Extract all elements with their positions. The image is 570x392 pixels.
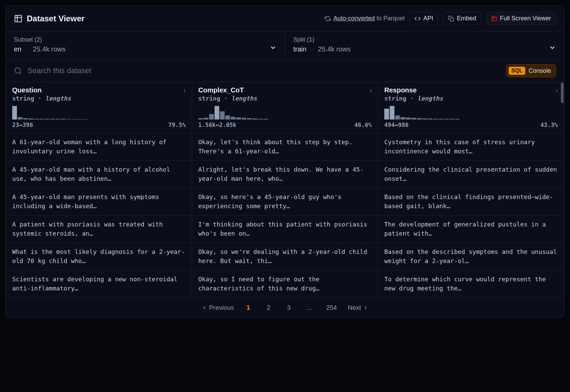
table-cell[interactable]: Okay, so we're dealing with a 2-year-old… [192,243,378,270]
sort-icon[interactable] [182,88,187,94]
subset-selector[interactable]: Subset (2) en · 25.4k rows [6,31,285,59]
table-cell[interactable]: A 61-year-old woman with a long history … [6,133,192,161]
range: 494↔986 [384,122,409,128]
prev-button[interactable]: Previous [202,304,234,311]
chevron-down-icon [269,44,277,51]
search-row: SQL Console [6,60,564,82]
histogram[interactable] [384,106,558,119]
histogram[interactable] [12,106,186,119]
split-selector[interactable]: Split (1) train · 25.4k rows [285,31,565,59]
copy-icon [448,16,454,22]
page-ellipsis: ... [306,304,313,311]
selectors: Subset (2) en · 25.4k rows Split (1) tra… [6,31,564,60]
table-row[interactable]: Scientists are developing a new non-ster… [6,270,564,298]
svg-line-4 [20,72,21,74]
table-cell[interactable]: The development of generalized pustules … [378,216,564,243]
svg-rect-0 [15,15,22,22]
page-number[interactable]: 254 [326,304,337,311]
range: 23↔396 [12,122,33,128]
embed-button[interactable]: Embed [443,12,481,25]
table-icon [14,14,23,23]
table-cell[interactable]: Based on the clinical findings presented… [378,188,564,216]
sort-icon[interactable] [368,88,373,94]
search-input[interactable] [27,66,501,75]
data-table: Question string · lengths 23↔39679.5% Co… [6,82,564,298]
table-cell[interactable]: I'm thinking about this patient with pso… [192,216,378,243]
page-title: Dataset Viewer [27,14,84,23]
sql-console-button[interactable]: SQL Console [506,64,556,77]
table-cell[interactable]: What is the most likely diagnosis for a … [6,243,192,270]
svg-point-3 [15,68,20,73]
table-cell[interactable]: Scientists are developing a new non-ster… [6,270,192,298]
pct: 43.3% [541,122,558,128]
scrollbar[interactable] [561,82,564,298]
table-cell[interactable]: Okay, let's think about this step by ste… [192,133,378,161]
search-icon [14,67,22,75]
api-button[interactable]: API [409,12,438,25]
table-cell[interactable]: Okay, so I need to figure out the charac… [192,270,378,298]
auto-converted-link[interactable]: Auto-converted to Parquet [325,15,405,22]
pct: 79.5% [168,122,186,128]
table-row[interactable]: A patient with psoriasis was treated wit… [6,216,564,243]
table-cell[interactable]: Based on the described symptoms and the … [378,243,564,270]
page-number[interactable]: 2 [265,304,272,311]
table-cell[interactable]: To determine which curve would represent… [378,270,564,298]
chevron-left-icon [202,305,207,310]
column-type: string · lengths [384,95,558,102]
table-red-icon [491,16,497,22]
pagination: Previous 123...254 Next [6,298,564,318]
refresh-icon [325,16,331,22]
svg-rect-2 [492,16,497,21]
dataset-viewer-panel: Dataset Viewer Auto-converted to Parquet… [5,5,565,318]
code-icon [414,16,421,22]
table-cell[interactable]: Considering the clinical presentation of… [378,161,564,188]
table-cell[interactable]: Cystometry in this case of stress urinar… [378,133,564,161]
table-row[interactable]: A 45-year-old man with a history of alco… [6,161,564,188]
histogram[interactable] [198,106,372,119]
column-name: Response [384,86,558,94]
header: Dataset Viewer Auto-converted to Parquet… [6,6,564,31]
table-row[interactable]: A 45-year-old man presents with symptoms… [6,188,564,216]
table-cell[interactable]: A 45-year-old man presents with symptoms… [6,188,192,216]
table-row[interactable]: What is the most likely diagnosis for a … [6,243,564,270]
column-header[interactable]: Question string · lengths 23↔39679.5% [6,82,192,133]
fullscreen-button[interactable]: Full Screen Viewer [486,12,556,25]
pct: 46.6% [354,122,372,128]
column-type: string · lengths [12,95,186,102]
range: 1.56k↔2.05k [198,122,237,128]
column-header[interactable]: Response string · lengths 494↔98643.3% [378,82,564,133]
svg-rect-1 [450,18,454,21]
table-cell[interactable]: A patient with psoriasis was treated wit… [6,216,192,243]
table-wrap: Question string · lengths 23↔39679.5% Co… [6,82,564,298]
chevron-down-icon [549,44,556,51]
column-name: Complex_CoT [198,86,372,94]
table-cell[interactable]: A 45-year-old man with a history of alco… [6,161,192,188]
column-header[interactable]: Complex_CoT string · lengths 1.56k↔2.05k… [192,82,378,133]
page-number[interactable]: 1 [245,304,252,311]
page-number[interactable]: 3 [286,304,292,311]
table-cell[interactable]: Okay, so here's a 45-year-old guy who's … [192,188,378,216]
table-cell[interactable]: Alright, let's break this down. We have … [192,161,378,188]
table-row[interactable]: A 61-year-old woman with a long history … [6,133,564,161]
column-type: string · lengths [198,95,372,102]
column-name: Question [12,86,186,94]
chevron-right-icon [363,305,368,310]
sort-icon[interactable] [554,88,559,94]
next-button[interactable]: Next [348,304,368,311]
